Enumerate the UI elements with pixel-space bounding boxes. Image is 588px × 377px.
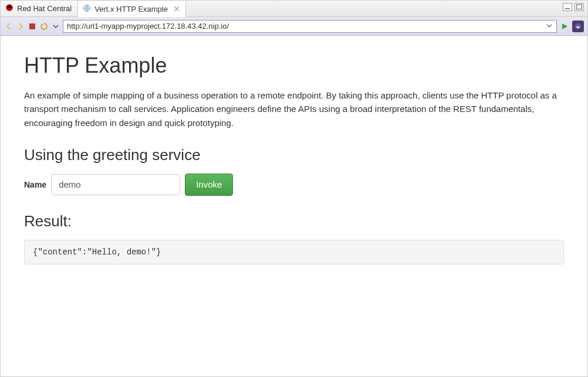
redhat-icon — [5, 4, 13, 13]
tab-label: Vert.x HTTP Example — [94, 5, 168, 13]
name-label: Name — [24, 180, 46, 189]
section-heading: Using the greeting service — [24, 146, 564, 164]
back-button[interactable] — [4, 22, 13, 31]
page-title: HTTP Example — [24, 53, 564, 78]
tab-bar: Red Hat Central Vert.x HTTP Example — [1, 1, 587, 17]
browser-toolbar — [1, 17, 587, 36]
go-button[interactable] — [559, 21, 570, 32]
result-heading: Result: — [24, 212, 564, 230]
minimize-button[interactable] — [563, 3, 572, 11]
url-input[interactable] — [67, 22, 546, 30]
svg-rect-5 — [29, 23, 35, 29]
refresh-button[interactable] — [39, 22, 49, 31]
window-controls — [563, 3, 584, 11]
invoke-button[interactable]: Invoke — [185, 174, 233, 196]
dropdown-button[interactable] — [51, 22, 60, 31]
name-input[interactable] — [51, 174, 180, 195]
stop-button[interactable] — [28, 22, 37, 31]
tab-vertx-example[interactable]: Vert.x HTTP Example — [78, 1, 186, 17]
page-description: An example of simple mapping of a busine… — [24, 89, 564, 130]
svg-point-1 — [7, 5, 12, 8]
forward-button[interactable] — [16, 22, 25, 31]
globe-icon — [83, 4, 91, 14]
close-icon[interactable] — [171, 5, 180, 13]
result-output: {"content":"Hello, demo!"} — [24, 240, 564, 264]
page-content: HTTP Example An example of simple mappin… — [1, 36, 587, 376]
eclipse-icon[interactable] — [572, 21, 584, 32]
ide-window: Red Hat Central Vert.x HTTP Example — [0, 0, 588, 377]
svg-rect-4 — [577, 5, 582, 9]
url-history-dropdown[interactable] — [546, 22, 553, 30]
tab-label: Red Hat Central — [17, 4, 72, 13]
tab-redhat-central[interactable]: Red Hat Central — [1, 1, 78, 16]
svg-rect-3 — [565, 8, 570, 9]
url-bar[interactable] — [63, 20, 557, 33]
greeting-form: Name Invoke — [24, 174, 564, 196]
maximize-button[interactable] — [575, 3, 584, 11]
